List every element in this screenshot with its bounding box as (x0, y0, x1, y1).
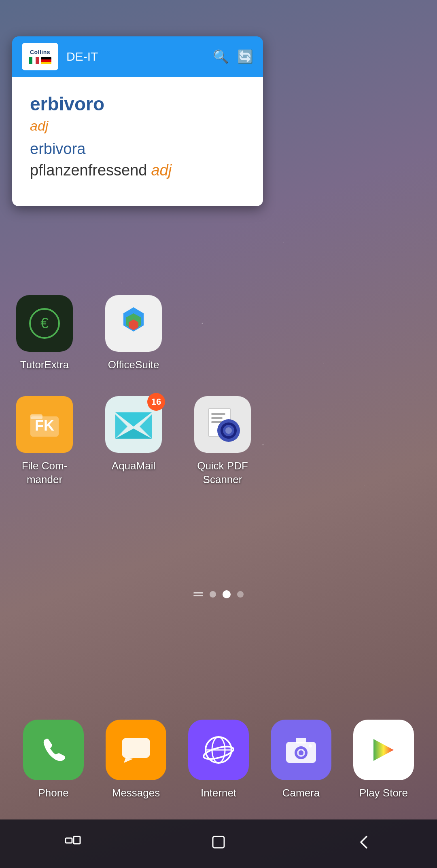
app-grid: € TutorExtra OfficeSuite (0, 295, 437, 511)
svg-rect-21 (122, 738, 150, 758)
svg-point-32 (309, 744, 312, 748)
svg-rect-14 (211, 413, 225, 415)
camera-svg (283, 732, 319, 768)
flag-german (41, 57, 51, 64)
playstore-icon (353, 720, 414, 780)
quickpdf-icon-wrapper (194, 396, 251, 453)
aquamail-icon-wrapper: 16 (105, 396, 162, 453)
dock-internet[interactable]: Internet (188, 720, 249, 799)
entry-word: erbivoro (30, 93, 245, 115)
refresh-icon[interactable]: 🔄 (237, 49, 253, 64)
officesuite-svg (113, 305, 154, 342)
collins-logo: Collins (22, 43, 58, 70)
collins-flags (29, 57, 51, 64)
officesuite-label: OfficeSuite (108, 358, 159, 372)
back-button[interactable] (343, 829, 385, 859)
tutorextra-icon-wrapper: € (16, 295, 73, 352)
svg-point-31 (299, 750, 303, 755)
phone-icon (23, 720, 84, 780)
dock-messages[interactable]: Messages (106, 720, 166, 799)
camera-label: Camera (282, 787, 320, 799)
filecommander-icon-wrapper: FK (16, 396, 73, 453)
back-icon (355, 833, 373, 851)
app-filecommander[interactable]: FK File Com­mander (12, 396, 77, 487)
dock-playstore[interactable]: Play Store (353, 720, 414, 799)
entry-pos: adj (30, 118, 245, 134)
phone-label: Phone (38, 787, 68, 799)
entry-variant: erbivora (30, 140, 245, 158)
dock-camera[interactable]: Camera (271, 720, 331, 799)
svg-marker-22 (124, 757, 133, 763)
status-bar (0, 0, 437, 32)
dock: Phone Messages Internet (0, 707, 437, 811)
phone-svg (37, 734, 70, 766)
collins-brand-text: Collins (30, 49, 50, 55)
flag-italian (29, 57, 39, 64)
home-icon (210, 833, 227, 851)
indicator-2 (210, 591, 216, 598)
aquamail-label: AquaMail (112, 459, 155, 473)
indicator-4 (237, 591, 244, 598)
app-tutorextra[interactable]: € TutorExtra (12, 295, 77, 372)
indicator-3-active (223, 590, 231, 598)
officesuite-icon (105, 295, 162, 352)
indicator-line-1 (193, 592, 203, 593)
playstore-label: Play Store (359, 787, 408, 799)
svg-rect-34 (66, 838, 72, 843)
tutorextra-svg: € (28, 307, 61, 340)
aquamail-badge: 16 (147, 393, 165, 411)
filecommander-icon: FK (16, 396, 73, 453)
svg-text:FK: FK (35, 417, 54, 434)
camera-icon (271, 720, 331, 780)
translation-pos: adj (151, 162, 172, 179)
widget-actions: 🔍 🔄 (213, 49, 253, 64)
widget-content: erbivoro adj erbivora pflanzenfressendad… (12, 77, 263, 206)
language-pair: DE-IT (66, 50, 213, 63)
quickpdf-svg (202, 404, 243, 445)
svg-rect-28 (296, 738, 306, 743)
app-row-2: FK File Com­mander (12, 396, 425, 487)
filecommander-label: File Com­mander (12, 459, 77, 487)
svg-point-26 (202, 744, 235, 762)
internet-icon (188, 720, 249, 780)
translation-text: pflanzenfressend (30, 162, 147, 179)
svg-rect-15 (211, 417, 223, 419)
quickpdf-icon (194, 396, 251, 453)
quickpdf-label: Quick PDF Scanner (190, 459, 255, 487)
svg-point-20 (225, 427, 232, 434)
svg-rect-35 (74, 836, 80, 844)
home-button[interactable] (197, 829, 240, 859)
playstore-svg (365, 732, 402, 768)
officesuite-icon-wrapper (105, 295, 162, 352)
messages-icon (106, 720, 166, 780)
app-aquamail[interactable]: 16 AquaMail (101, 396, 166, 487)
dock-phone[interactable]: Phone (23, 720, 84, 799)
messages-label: Messages (112, 787, 160, 799)
entry-translation: pflanzenfressendadj (30, 162, 245, 179)
internet-svg (200, 732, 237, 768)
app-row-1: € TutorExtra OfficeSuite (12, 295, 425, 372)
app-officesuite[interactable]: OfficeSuite (101, 295, 166, 372)
svg-text:€: € (40, 315, 49, 332)
app-quickpdf[interactable]: Quick PDF Scanner (190, 396, 255, 487)
svg-rect-36 (213, 836, 224, 848)
tutorextra-icon: € (16, 295, 73, 352)
messages-svg (118, 734, 154, 766)
page-indicators (0, 590, 437, 598)
nav-bar (0, 819, 437, 868)
search-icon[interactable]: 🔍 (213, 49, 229, 64)
filecommander-svg: FK (26, 406, 63, 443)
widget-header: Collins DE-IT 🔍 🔄 (12, 36, 263, 77)
recent-apps-button[interactable] (52, 829, 94, 859)
internet-label: Internet (201, 787, 236, 799)
dictionary-widget: Collins DE-IT 🔍 🔄 erbivoro adj erbivora … (12, 36, 263, 206)
recent-icon (64, 833, 82, 851)
aquamail-svg (113, 406, 154, 443)
indicator-line-2 (193, 595, 203, 596)
tutorextra-label: TutorExtra (20, 358, 69, 372)
svg-marker-33 (373, 739, 394, 761)
indicator-lines (193, 592, 203, 596)
